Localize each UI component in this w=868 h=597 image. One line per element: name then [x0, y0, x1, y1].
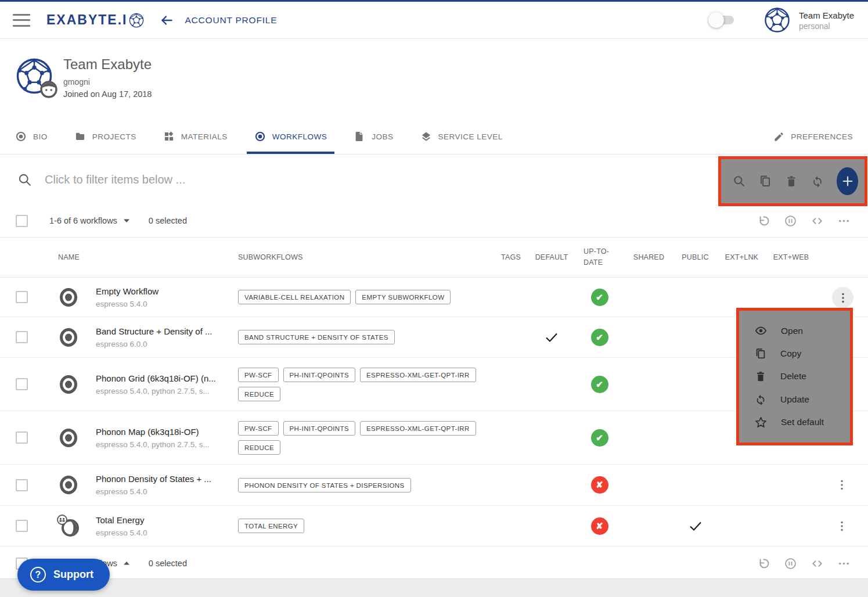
- trash-icon: [754, 370, 767, 383]
- menu-item-copy[interactable]: Copy: [739, 347, 850, 360]
- tab-projects[interactable]: PROJECTS: [74, 119, 136, 154]
- tab-label: WORKFLOWS: [272, 132, 327, 141]
- column-header-name[interactable]: NAME: [49, 253, 232, 261]
- tab-jobs[interactable]: JOBS: [354, 119, 393, 154]
- row-checkbox[interactable]: [16, 520, 28, 532]
- logo-globe-icon: [129, 13, 144, 28]
- column-header-ext-web[interactable]: EXT+WEB: [766, 253, 816, 261]
- widgets-icon: [163, 131, 175, 142]
- column-header-public[interactable]: PUBLIC: [673, 253, 717, 261]
- public-check-icon: [673, 520, 717, 532]
- workflow-name[interactable]: Empty Workflow: [96, 286, 232, 296]
- profile-tabs: BIO PROJECTS MATERIALS WORKFLOWS JOBS SE…: [0, 119, 868, 154]
- chevron-up-icon[interactable]: [123, 561, 130, 566]
- workflow-version: espresso 5.4.0: [96, 487, 232, 496]
- menu-item-set-default[interactable]: Set default: [739, 416, 850, 429]
- tab-bio[interactable]: BIO: [15, 119, 48, 154]
- column-header-ext-lnk[interactable]: EXT+LNK: [717, 253, 766, 261]
- pause-icon[interactable]: [784, 557, 797, 570]
- account-avatar[interactable]: [764, 7, 790, 33]
- plus-icon: [841, 175, 854, 188]
- more-vertical-icon: [837, 292, 849, 304]
- default-check-icon: [528, 332, 575, 343]
- subworkflow-chip: PH-INIT-QPOINTS: [283, 421, 355, 436]
- top-app-bar: EXABYTE.I ACCOUNT PROFILE Team Exabyte p…: [0, 2, 868, 39]
- account-profile-page: EXABYTE.I ACCOUNT PROFILE Team Exabyte p…: [0, 0, 868, 597]
- workflow-name[interactable]: Band Structure + Density of ...: [96, 326, 232, 336]
- subworkflow-chip: REDUCE: [238, 440, 280, 455]
- out-of-date-badge: ✘: [591, 476, 608, 494]
- history-icon[interactable]: [757, 557, 770, 570]
- workflow-name[interactable]: Phonon Density of States + ...: [96, 474, 232, 484]
- target-icon: [254, 131, 266, 142]
- code-icon[interactable]: [811, 214, 824, 228]
- select-all-checkbox[interactable]: [16, 215, 28, 227]
- row-more-options-icon[interactable]: [816, 520, 868, 533]
- more-horizontal-icon[interactable]: [837, 214, 851, 228]
- pause-icon[interactable]: [784, 214, 797, 228]
- workflow-icon: [49, 375, 87, 394]
- selection-toolbar-bottom: 1-6 of 6 workflows 0 selected: [0, 548, 868, 578]
- row-checkbox[interactable]: [16, 331, 28, 343]
- logo-text: EXABYTE.I: [46, 12, 127, 28]
- subworkflow-chip: PW-SCF: [238, 421, 279, 436]
- workflow-version: espresso 5.4.0, python 2.7.5, s...: [96, 387, 232, 395]
- workflow-name[interactable]: Total Energy: [96, 515, 232, 525]
- row-context-menu: Open Copy Delete Update Set default: [736, 308, 853, 445]
- tab-materials[interactable]: MATERIALS: [163, 119, 228, 154]
- account-switcher[interactable]: Team Exabyte personal: [799, 9, 854, 31]
- subworkflow-chip: REDUCE: [238, 387, 280, 401]
- back-arrow-icon[interactable]: [159, 13, 174, 27]
- row-more-options-icon[interactable]: [816, 479, 868, 491]
- menu-item-update[interactable]: Update: [739, 393, 850, 406]
- column-header-up-to-date[interactable]: UP-TO-DATE: [575, 246, 624, 268]
- chevron-down-icon[interactable]: [123, 218, 130, 223]
- search-action-icon[interactable]: [732, 174, 746, 188]
- tab-workflows[interactable]: WORKFLOWS: [254, 119, 327, 154]
- workflow-name[interactable]: Phonon Grid (6k3q18i-OF) (n...: [96, 373, 232, 383]
- subworkflow-chip: ESPRESSO-XML-GET-QPT-IRR: [360, 368, 476, 382]
- add-workflow-button[interactable]: [837, 167, 858, 195]
- question-mark-icon: ?: [30, 567, 46, 582]
- sync-icon: [754, 393, 767, 406]
- workflow-count[interactable]: 1-6 of 6 workflows: [49, 216, 117, 225]
- row-more-options-button-active[interactable]: [832, 287, 853, 308]
- column-header-subworkflows[interactable]: SUBWORKFLOWS: [232, 253, 494, 261]
- user-face-badge-icon: [40, 81, 57, 98]
- menu-item-label: Set default: [781, 417, 824, 427]
- support-button[interactable]: ? Support: [17, 559, 110, 591]
- menu-item-open[interactable]: Open: [739, 324, 850, 337]
- hamburger-menu-icon[interactable]: [13, 14, 30, 27]
- shared-workflow-icon: [49, 515, 87, 538]
- delete-action-icon[interactable]: [784, 174, 798, 188]
- out-of-date-badge: ✘: [591, 517, 608, 535]
- workflow-version: espresso 6.0.0: [96, 340, 232, 348]
- row-checkbox[interactable]: [16, 378, 28, 390]
- workflow-icon: [49, 475, 87, 495]
- theme-toggle[interactable]: [711, 16, 734, 24]
- more-horizontal-icon[interactable]: [837, 557, 851, 570]
- annotated-action-toolbar: [718, 156, 867, 206]
- row-checkbox[interactable]: [16, 479, 28, 491]
- workflow-version: espresso 5.4.0: [96, 300, 232, 308]
- column-header-tags[interactable]: TAGS: [494, 253, 528, 261]
- table-row: Total Energy espresso 5.4.0 TOTAL ENERGY…: [0, 506, 868, 546]
- row-checkbox[interactable]: [16, 291, 28, 303]
- layers-icon: [420, 131, 432, 142]
- exabyte-logo[interactable]: EXABYTE.I: [46, 12, 144, 28]
- menu-item-delete[interactable]: Delete: [739, 370, 850, 383]
- row-checkbox[interactable]: [16, 431, 28, 444]
- update-action-icon[interactable]: [811, 174, 824, 188]
- code-icon[interactable]: [811, 557, 824, 570]
- filter-input[interactable]: [45, 173, 451, 186]
- column-header-default[interactable]: DEFAULT: [528, 253, 575, 261]
- table-header: NAME SUBWORKFLOWS TAGS DEFAULT UP-TO-DAT…: [0, 238, 868, 278]
- preferences-button[interactable]: PREFERENCES: [773, 119, 853, 154]
- copy-action-icon[interactable]: [758, 174, 772, 188]
- tab-label: JOBS: [372, 132, 393, 141]
- workflow-name[interactable]: Phonon Map (6k3q18i-OF): [96, 427, 232, 437]
- tab-label: SERVICE LEVEL: [438, 132, 503, 141]
- column-header-shared[interactable]: SHARED: [624, 253, 673, 261]
- history-icon[interactable]: [757, 214, 770, 228]
- tab-service-level[interactable]: SERVICE LEVEL: [420, 119, 503, 154]
